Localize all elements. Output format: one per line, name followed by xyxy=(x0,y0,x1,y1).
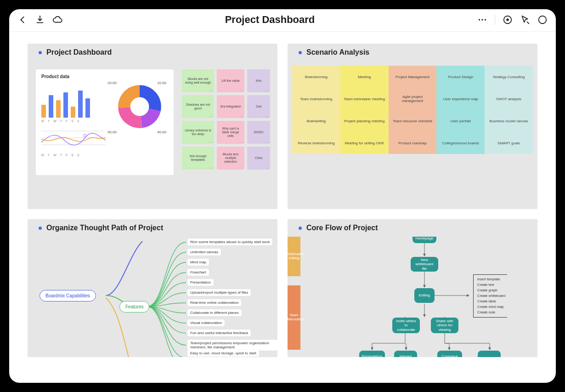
mindmap-root[interactable]: Boardmix Capabilities xyxy=(40,290,96,301)
mindmap-leaf[interactable]: Visual collaboration xyxy=(187,319,225,326)
table-cell[interactable]: Colleges/mood boards xyxy=(436,132,485,154)
cloud-icon[interactable] xyxy=(52,15,62,25)
panel-title: Scenario Analysis xyxy=(306,48,369,57)
table-cell[interactable]: Team brainstorming xyxy=(292,88,340,110)
sticky-note[interactable]: Library entrance is too deep xyxy=(182,121,214,144)
bullet-icon xyxy=(39,51,42,54)
sticky-note[interactable]: Shadows are not good xyxy=(182,95,214,118)
flow-node[interactable]: Homepage xyxy=(412,237,436,243)
table-cell[interactable]: Team icebreaker meeting xyxy=(340,88,389,110)
sticky-note[interactable]: Chris xyxy=(247,147,270,170)
panel-thought-path[interactable]: Organize Thought Path of Project xyxy=(28,219,277,357)
panel-scenario-analysis[interactable]: Scenario Analysis BrainstormingMeetingPr… xyxy=(288,44,537,209)
annotation-item: Create note xyxy=(477,310,505,315)
mindmap-branch[interactable]: Features xyxy=(119,301,149,312)
mindmap-canvas[interactable]: Boardmix Capabilities Features Rich scen… xyxy=(28,237,277,357)
table-cell[interactable]: Brainstorming xyxy=(292,66,340,88)
table-cell[interactable]: Business model canvas xyxy=(485,110,533,132)
sticky-board[interactable]: Blocks are not doing well enough Lift th… xyxy=(182,69,270,201)
axis-label: S xyxy=(77,153,79,157)
flow-node[interactable]: Invite others to collaborate xyxy=(392,318,420,333)
mindmap-leaf[interactable]: Unlimited canvas xyxy=(187,249,221,256)
content-area[interactable]: Project Dashboard Product data xyxy=(9,32,556,383)
svg-point-14 xyxy=(131,98,148,115)
mindmap-leaf[interactable]: Presentation xyxy=(187,279,214,286)
sticky-note[interactable]: Kim xyxy=(247,69,270,92)
table-cell[interactable]: Agile project management xyxy=(389,88,437,110)
app-window: Project Dashboard Project Dashboard xyxy=(9,9,556,383)
panel-project-dashboard[interactable]: Project Dashboard Product data xyxy=(28,44,277,209)
axis-label: T xyxy=(48,153,50,157)
table-cell[interactable]: Meeting xyxy=(340,66,389,88)
annotation-item: Create table xyxy=(477,299,505,304)
product-data-card[interactable]: Product data xyxy=(36,69,174,175)
panel-core-flow[interactable]: Core Flow of Project Whiteboard editing … xyxy=(288,219,537,357)
svg-point-4 xyxy=(506,18,509,21)
table-cell[interactable]: Team resource checklist xyxy=(389,110,437,132)
svg-point-0 xyxy=(479,19,480,20)
flow-node[interactable]: New whiteboard file xyxy=(411,257,438,272)
svg-point-1 xyxy=(481,19,483,20)
mindmap-leaf[interactable]: Team/project permissions empower organiz… xyxy=(187,340,277,351)
axis-label: S xyxy=(71,153,73,157)
chart-value: 40.00 xyxy=(157,130,166,134)
chart-value: 10.00 xyxy=(157,81,166,85)
axis-label: W xyxy=(53,153,56,157)
scenario-table[interactable]: BrainstormingMeetingProject ManagementPr… xyxy=(292,66,533,154)
sticky-note[interactable]: Why can't a table merge cells xyxy=(217,121,244,144)
flow-node[interactable]: Editing xyxy=(414,288,435,303)
mindmap-leaf[interactable]: Easy to use, cloud storage, quick to sta… xyxy=(187,350,259,357)
table-cell[interactable]: Strategy Consulting xyxy=(485,66,533,88)
svg-point-5 xyxy=(539,16,547,24)
chart-value: 50.00 xyxy=(107,130,117,134)
sticky-note[interactable]: Blocks text multiple selection xyxy=(217,147,244,170)
panel-title: Project Dashboard xyxy=(46,48,112,57)
mindmap-leaf[interactable]: Upload/export multiple types of files xyxy=(187,289,251,296)
flow-node[interactable]: Comment xyxy=(437,351,462,357)
bullet-icon xyxy=(299,227,302,230)
mindmap-leaf[interactable]: Mind map xyxy=(187,259,209,266)
table-cell[interactable]: Reverse brainstorming xyxy=(292,132,340,154)
sticky-note[interactable]: Owl xyxy=(247,95,270,118)
annotation-item: Insert template xyxy=(477,277,505,282)
flow-node[interactable]: Share with others for viewing xyxy=(431,318,458,333)
mindmap-leaf[interactable]: Flowchart xyxy=(187,269,209,276)
table-cell[interactable]: Product roadmap xyxy=(389,132,437,154)
mindmap-leaf[interactable]: Rich scene templates allows to quickly s… xyxy=(187,239,272,245)
bullet-icon xyxy=(39,227,42,230)
flowchart-canvas[interactable]: Whiteboard editing Team collaboration Ho… xyxy=(288,237,537,357)
table-cell[interactable]: User portrait xyxy=(436,110,485,132)
flow-node[interactable]: Presentation xyxy=(359,351,385,357)
record-icon[interactable] xyxy=(503,15,513,25)
axis-label: F xyxy=(66,153,68,157)
sticky-note[interactable]: Not enough templates xyxy=(182,147,214,170)
panel-title: Core Flow of Project xyxy=(306,224,378,232)
table-cell[interactable]: Product Design xyxy=(436,66,485,88)
annotation-item: Create text xyxy=(477,282,505,288)
sticky-note[interactable]: Lift the cable xyxy=(217,69,244,92)
download-icon[interactable] xyxy=(35,15,45,25)
table-cell[interactable]: Brainwriting xyxy=(292,110,340,132)
cursor-icon[interactable] xyxy=(520,15,530,25)
bar-chart xyxy=(41,85,106,118)
table-cell[interactable]: Meeting for setting OKR xyxy=(340,132,389,154)
table-cell[interactable]: Project Management xyxy=(389,66,437,88)
donut-chart: 10.00 20.00 40.00 50.00 xyxy=(107,79,168,134)
more-icon[interactable] xyxy=(477,15,487,25)
sticky-note[interactable]: DODO xyxy=(247,121,270,144)
sticky-note[interactable]: Blocks are not doing well enough xyxy=(182,69,214,92)
mindmap-leaf[interactable]: Fun and useful interactive feedback xyxy=(187,330,251,336)
flow-node[interactable]: ...... xyxy=(478,351,501,357)
sticky-note[interactable]: Jira integration xyxy=(217,95,244,118)
page-title: Project Dashboard xyxy=(225,14,315,26)
table-cell[interactable]: SMART goals xyxy=(485,132,533,154)
annotation-item: Create whiteboard xyxy=(477,293,505,299)
flow-node[interactable]: Interact xyxy=(394,351,417,357)
table-cell[interactable]: Project planning meeting xyxy=(340,110,389,132)
comment-icon[interactable] xyxy=(537,15,548,25)
table-cell[interactable]: SWOT analysis xyxy=(485,88,533,110)
back-button[interactable] xyxy=(17,15,28,25)
table-cell[interactable]: User experience map xyxy=(436,88,485,110)
mindmap-leaf[interactable]: Real-time online collaboration xyxy=(187,299,241,306)
mindmap-leaf[interactable]: Collaborate in different places xyxy=(187,309,242,316)
